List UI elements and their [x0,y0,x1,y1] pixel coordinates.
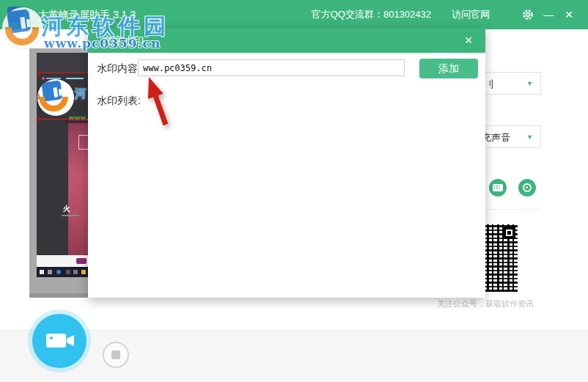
thumbnail-taskbar [37,267,88,277]
chevron-down-icon: ▼ [526,133,533,141]
titlebar-actions: 官方QQ交流群：801302432 访问官网 — × [312,0,578,29]
qr-finder [503,227,515,239]
dialog-header: 文字水印 × [88,28,485,53]
taskbar-browser-icon [56,270,61,274]
visit-site-link[interactable]: 访问官网 [452,8,490,21]
watermark-list-label: 水印列表: [97,95,141,108]
record-button[interactable] [32,314,87,368]
minimize-button[interactable]: — [540,6,557,23]
taskbar-icon [66,270,70,274]
thumbnail-magenta-button [76,258,87,264]
close-icon: × [565,7,573,23]
qr-caption: 关注公众号，获取软件资讯 [411,298,534,309]
close-button[interactable]: × [560,6,578,23]
dialog-title: 文字水印 [103,28,144,53]
watermark-content-input[interactable] [138,59,405,76]
dialog-close-button[interactable]: × [459,31,478,50]
logo-orange-arc [4,27,41,48]
minimize-icon: — [543,9,554,21]
capture-preview-panel: 火 河 www. [29,48,88,298]
thumbnail-top-area [37,53,88,73]
thumbnail-frame [78,135,88,150]
app-window: 大黄蜂录屏助手 3.1.3 官方QQ交流群：801302432 访问官网 — ×… [0,0,588,382]
thumbnail-hot-label: 火 [63,204,70,214]
bottom-control-bar: 声音: [0,330,588,382]
taskbar-folder-icon [81,270,86,274]
stop-icon [111,350,120,359]
webcam-button[interactable] [518,179,536,196]
sound-source-value: 充声音 [482,131,510,144]
panel-divider [484,209,541,210]
webcam-icon [523,183,532,192]
stop-button[interactable] [103,342,129,368]
screen-thumbnail: 火 河 www. [37,53,88,277]
chevron-down-icon: ▼ [526,80,533,87]
app-logo-icon [7,7,23,23]
add-watermark-button[interactable]: 添加 [419,59,478,78]
watermark-content-label: 水印内容: [97,62,141,76]
title-bar: 大黄蜂录屏助手 3.1.3 官方QQ交流群：801302432 访问官网 — × [0,0,588,29]
close-icon: × [465,33,473,48]
capture-selection-rect[interactable] [37,73,88,120]
video-camera-icon [46,334,66,348]
selection-handle[interactable] [37,116,40,122]
keyboard-icon [493,184,503,191]
camera-dot [50,337,53,339]
taskbar-start-icon [40,270,44,274]
record-mode-value: 刂 [485,78,494,91]
gear-icon [521,8,534,21]
app-title: 大黄蜂录屏助手 3.1.3 [38,0,136,29]
text-watermark-dialog: 文字水印 × 水印内容: 添加 水印列表: [88,28,485,298]
preview-panel-footer [29,293,88,298]
hotkey-button[interactable] [489,179,507,196]
camera-lens [67,335,74,346]
qq-group-label: 官方QQ交流群：801302432 [312,8,431,21]
thumbnail-subtext-bar [62,215,79,216]
taskbar-icon [73,270,78,274]
taskbar-icon [48,270,52,274]
settings-button[interactable] [519,6,537,23]
annotation-arrow [142,72,177,132]
